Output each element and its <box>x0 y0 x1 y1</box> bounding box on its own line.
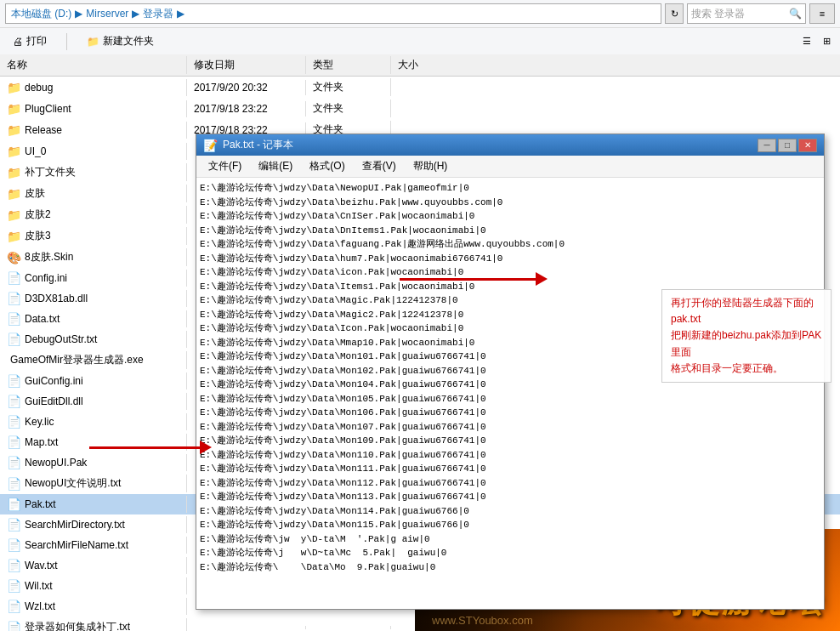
arrow-head2 <box>536 272 548 286</box>
new-folder-button[interactable]: 📁 新建文件夹 <box>79 31 162 52</box>
notepad-textarea[interactable] <box>196 178 824 609</box>
file-name: Pak.txt <box>25 498 56 510</box>
menu-item[interactable]: 查看(V) <box>354 157 405 175</box>
file-icon: 📄 <box>7 600 21 613</box>
file-type: 文件夹 <box>306 78 391 96</box>
col-header-name[interactable]: 名称 <box>0 56 187 74</box>
notepad-titlebar: 📝 Pak.txt - 记事本 ─ □ ✕ <box>196 134 824 156</box>
file-icon: 📄 <box>7 395 21 408</box>
file-name: Key.lic <box>25 416 54 428</box>
path-dengluqi[interactable]: 登录器 <box>143 7 173 21</box>
file-icon: 📄 <box>7 292 21 305</box>
file-icon: 📄 <box>7 477 21 491</box>
address-bar: 本地磁盘 (D:) ▶ Mirserver ▶ 登录器 ▶ ↻ 搜索 登录器 🔍… <box>0 0 840 28</box>
file-icon: 📁 <box>7 208 21 222</box>
file-icon: 📁 <box>7 230 21 243</box>
view-options: ☰ ⊞ <box>798 33 835 49</box>
menu-item[interactable]: 编辑(E) <box>250 157 301 175</box>
arrow-pak-indicator <box>89 441 212 454</box>
annotation-line1: 再打开你的登陆器生成器下面的 <box>671 295 822 311</box>
banner-watermark: www.STYoubox.com <box>432 614 533 627</box>
file-icon: 📄 <box>7 538 21 552</box>
titlebar-controls: ─ □ ✕ <box>758 139 817 152</box>
file-icon: 📁 <box>7 187 21 201</box>
menu-item[interactable]: 格式(O) <box>301 157 353 175</box>
file-icon: 📁 <box>7 166 21 179</box>
file-name: 皮肤3 <box>25 229 51 243</box>
file-name: 登录器如何集成补丁.txt <box>25 620 130 631</box>
col-header-date[interactable]: 修改日期 <box>187 56 306 74</box>
file-icon: 📁 <box>7 81 21 94</box>
file-size <box>391 128 459 132</box>
file-name: GuiEditDll.dll <box>25 395 83 407</box>
column-headers: 名称 修改日期 类型 大小 <box>0 54 840 77</box>
file-name: Data.txt <box>25 313 60 325</box>
file-name: Config.ini <box>25 272 67 284</box>
table-row[interactable]: 📁 PlugClient 2017/9/18 23:22 文件夹 <box>0 98 840 119</box>
arrow-line <box>89 446 200 449</box>
file-name: 皮肤 <box>25 186 45 201</box>
file-name: Wav.txt <box>25 560 58 571</box>
table-row[interactable]: 📁 debug 2017/9/20 20:32 文件夹 <box>0 77 840 98</box>
file-size <box>391 107 459 111</box>
notepad-menubar: 文件(F)编辑(E)格式(O)查看(V)帮助(H) <box>196 156 824 178</box>
file-name: Wil.txt <box>25 580 53 592</box>
close-button[interactable]: ✕ <box>798 139 817 152</box>
options-button[interactable]: ≡ <box>809 3 835 24</box>
file-name: NewopUI文件说明.txt <box>25 476 121 491</box>
file-size <box>391 86 459 89</box>
file-icon: 📄 <box>7 312 21 326</box>
toolbar: 🖨 打印 📁 新建文件夹 ☰ ⊞ <box>0 28 840 55</box>
file-icon: 📄 <box>7 374 21 388</box>
file-name: Map.txt <box>25 436 58 448</box>
arrow-beizhu-indicator <box>400 272 548 286</box>
file-name: 皮肤2 <box>25 207 51 222</box>
search-box[interactable]: 搜索 登录器 🔍 <box>687 3 806 24</box>
annotation-box: 再打开你的登陆器生成器下面的 pak.txt 把刚新建的beizhu.pak添加… <box>661 289 831 383</box>
file-icon: 📁 <box>7 102 21 116</box>
print-button[interactable]: 🖨 打印 <box>5 31 54 52</box>
file-icon: 📄 <box>7 497 21 511</box>
explorer-window: 本地磁盘 (D:) ▶ Mirserver ▶ 登录器 ▶ ↻ 搜索 登录器 🔍… <box>0 0 840 54</box>
file-icon: 📄 <box>7 518 21 532</box>
minimize-button[interactable]: ─ <box>758 139 776 152</box>
file-icon: 📄 <box>7 271 21 285</box>
maximize-button[interactable]: □ <box>778 139 797 152</box>
arrow-head <box>200 441 212 454</box>
view-detail-button[interactable]: ☰ <box>798 33 815 49</box>
menu-item[interactable]: 帮助(H) <box>405 157 457 175</box>
file-icon: 📄 <box>7 559 21 572</box>
file-icon: 📄 <box>7 579 21 593</box>
col-header-size[interactable]: 大小 <box>391 56 459 74</box>
file-name: GameOfMir登录器生成器.exe <box>10 353 144 367</box>
view-icon-button[interactable]: ⊞ <box>819 33 835 49</box>
file-name: Wzl.txt <box>25 600 55 612</box>
col-header-type[interactable]: 类型 <box>306 56 391 74</box>
file-icon: 🎨 <box>7 251 21 264</box>
file-name: 补丁文件夹 <box>25 165 76 179</box>
notepad-app-icon: 📝 <box>203 139 218 152</box>
path-mirserver[interactable]: Mirserver <box>86 8 128 20</box>
file-date: 2017/9/20 20:32 <box>187 80 306 95</box>
refresh-button[interactable]: ↻ <box>665 3 684 24</box>
file-name: debug <box>25 82 53 94</box>
file-name: SearchMirFileName.txt <box>25 539 128 551</box>
file-icon: 📄 <box>7 435 21 449</box>
toolbar-separator <box>66 33 67 50</box>
path-disk[interactable]: 本地磁盘 (D:) <box>11 7 71 21</box>
search-icon[interactable]: 🔍 <box>789 8 802 20</box>
address-path[interactable]: 本地磁盘 (D:) ▶ Mirserver ▶ 登录器 ▶ <box>5 3 661 24</box>
file-name: 8皮肤.Skin <box>25 250 73 264</box>
notepad-content <box>196 178 824 609</box>
file-name: D3DX81ab.dll <box>25 293 88 304</box>
menu-item[interactable]: 文件(F) <box>200 157 250 175</box>
file-name: SearchMirDirectory.txt <box>25 519 125 531</box>
file-name: PlugClient <box>25 103 71 115</box>
annotation-line2: pak.txt <box>671 311 822 327</box>
file-icon: 📄 <box>7 456 21 469</box>
file-name: NewopUI.Pak <box>25 457 87 469</box>
file-icon: 📁 <box>7 145 21 158</box>
arrow-line2 <box>400 278 536 281</box>
file-name: Release <box>25 124 62 136</box>
new-folder-icon: 📁 <box>87 36 99 48</box>
